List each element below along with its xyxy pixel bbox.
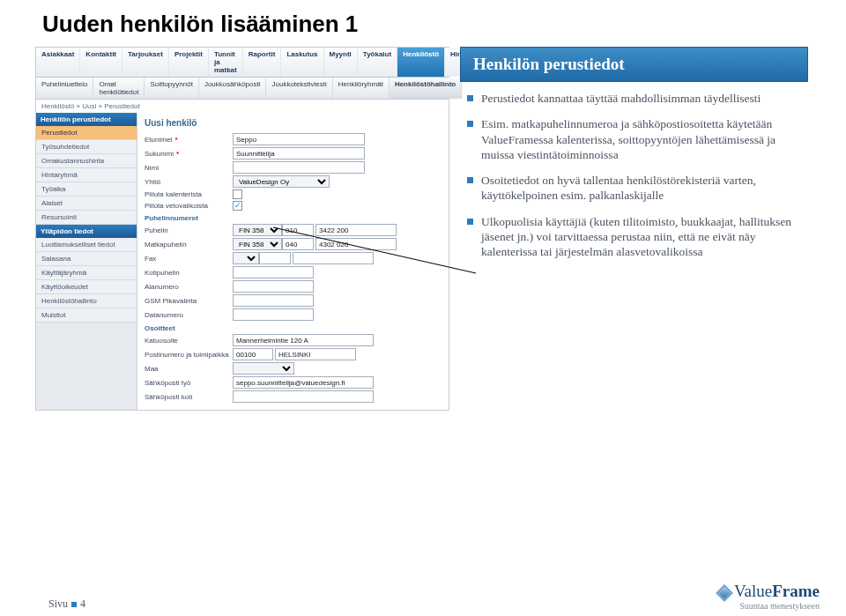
- sidebar-item2-0[interactable]: Luottamukselliset tiedot: [36, 238, 137, 252]
- piilota-vetovalikoista-checkbox[interactable]: [233, 201, 242, 211]
- piilota-kalenterista-checkbox[interactable]: [233, 189, 242, 199]
- topnav-työkalut[interactable]: Työkalut: [358, 48, 397, 77]
- label-etunimet: Etunimet*: [145, 136, 233, 144]
- topnav-laskutus[interactable]: Laskutus: [281, 48, 323, 77]
- label-datanumero: Datanumero: [145, 311, 233, 319]
- topnav-tarjoukset[interactable]: Tarjoukset: [122, 48, 169, 77]
- subnav-0[interactable]: Puhelinluettelo: [36, 78, 93, 99]
- logo-cube-icon: [716, 584, 733, 602]
- info-bullet-1: Esim. matkapuhelinnumeroa ja sähköpostio…: [467, 116, 805, 162]
- sidebar-item-4[interactable]: Työaika: [36, 182, 137, 197]
- label-fax: Fax: [145, 255, 233, 263]
- label-maa: Maa: [145, 365, 233, 373]
- label-alanumero: Alanumero: [145, 283, 233, 291]
- nimi-field[interactable]: [233, 161, 365, 174]
- topnav-myynti[interactable]: Myynti: [324, 48, 358, 77]
- puhelin-number-field[interactable]: [315, 224, 397, 236]
- section-puhelinnumerot: Puhelinnumerot: [145, 214, 442, 222]
- gsm-field[interactable]: [233, 294, 314, 307]
- yhtio-select[interactable]: ValueDesign Oy: [233, 175, 330, 188]
- matka-number-field[interactable]: [315, 238, 397, 250]
- brand-logo: ValueFrame Suuntaa menestykseen: [718, 582, 820, 611]
- topnav-asiakkaat[interactable]: Asiakkaat: [36, 48, 80, 77]
- info-bullet-3: Ulkopuolisia käyttäjiä (kuten tilitoimis…: [467, 214, 805, 260]
- alanumero-field[interactable]: [233, 280, 314, 293]
- info-header: Henkilön perustiedot: [460, 47, 808, 82]
- sidebar-item-5[interactable]: Alaiset: [36, 197, 137, 211]
- label-puhelin: Puhelin: [145, 226, 233, 234]
- sidebar-item-3[interactable]: Hintaryhmä: [36, 168, 137, 182]
- sidebar-item-1[interactable]: Työsuhdetiedot: [36, 140, 137, 154]
- subnav-6[interactable]: Henkilöstöhallinto: [390, 78, 462, 99]
- sidebar: Henkilön perustiedot PerustiedotTyösuhde…: [36, 113, 137, 410]
- subnav-2[interactable]: Soittopyynnöt: [145, 78, 198, 99]
- kotipuhelin-field[interactable]: [233, 266, 314, 278]
- topnav-henkilöstö[interactable]: Henkilöstö: [397, 48, 445, 77]
- label-yhtio: Yhtiö: [145, 178, 233, 186]
- etunimet-field[interactable]: [233, 133, 365, 145]
- page-number: Sivu4: [48, 597, 85, 611]
- datanumero-field[interactable]: [233, 308, 314, 321]
- matka-country-select[interactable]: FIN 358: [233, 238, 282, 250]
- info-bullet-0: Perustiedot kannattaa täyttää mahdollisi…: [467, 91, 805, 106]
- matka-area-field[interactable]: [282, 238, 314, 250]
- topnav-tunnit ja matkat[interactable]: Tunnit ja matkat: [209, 48, 243, 77]
- spkoti-field[interactable]: [233, 390, 374, 403]
- subnav-1[interactable]: Omat henkilötiedot: [93, 78, 145, 99]
- fax-area-field[interactable]: [259, 252, 291, 264]
- sidebar-item-2[interactable]: Omakustannushinta: [36, 154, 137, 168]
- puhelin-area-field[interactable]: [282, 224, 314, 236]
- sukunimi-field[interactable]: [233, 147, 365, 160]
- topnav-raportit[interactable]: Raportit: [243, 48, 282, 77]
- form-area: Uusi henkilö Etunimet* Sukunimi* Nimi Yh…: [137, 113, 449, 410]
- sidebar-item2-5[interactable]: Muistiot: [36, 308, 137, 323]
- sidebar-section-perustiedot: Henkilön perustiedot: [36, 113, 137, 126]
- sidebar-item-0[interactable]: Perustiedot: [36, 126, 137, 140]
- label-katuosoite: Katuosoite: [145, 337, 233, 345]
- info-bullet-2: Osoitetiedot on hyvä tallentaa henkilöst…: [467, 173, 805, 204]
- label-piilota-kal: Piilota kalenterista: [145, 190, 233, 198]
- slide-title: Uuden henkilön lisääminen 1: [0, 0, 846, 47]
- sidebar-item2-1[interactable]: Salasana: [36, 252, 137, 266]
- puhelin-country-select[interactable]: FIN 358: [233, 224, 282, 236]
- fax-select[interactable]: [233, 252, 259, 264]
- top-nav: AsiakkaatKontaktitTarjouksetProjektitTun…: [36, 48, 449, 78]
- form-title: Uusi henkilö: [145, 118, 442, 128]
- fax-number-field[interactable]: [293, 252, 374, 264]
- label-matkapuhelin: Matkapuhelin: [145, 241, 233, 249]
- breadcrumb: Henkilöstö » Uusi » Perustiedot: [36, 100, 449, 113]
- toimipaikka-field[interactable]: [275, 348, 356, 360]
- label-postinumero: Postinumero ja toimipaikka: [145, 351, 233, 359]
- topnav-projektit[interactable]: Projektit: [169, 48, 209, 77]
- subnav-5[interactable]: Henkilöryhmät: [333, 78, 390, 99]
- info-bullets: Perustiedot kannattaa täyttää mahdollisi…: [467, 91, 805, 259]
- subnav-3[interactable]: Joukkosähköposti: [199, 78, 267, 99]
- label-nimi: Nimi: [145, 164, 233, 172]
- maa-select[interactable]: [233, 362, 294, 375]
- label-kotipuhelin: Kotipuhelin: [145, 269, 233, 277]
- app-screenshot: AsiakkaatKontaktitTarjouksetProjektitTun…: [35, 47, 449, 411]
- sidebar-item-6[interactable]: Resursointi: [36, 211, 137, 225]
- postinumero-field[interactable]: [233, 348, 273, 360]
- sidebar-section-yllapito: Ylläpidon tiedot: [36, 225, 137, 238]
- label-spkoti: Sähköposti koti: [145, 393, 233, 401]
- section-osoitteet: Osoitteet: [145, 324, 442, 332]
- sptyo-field[interactable]: [233, 376, 374, 389]
- sub-nav: PuhelinluetteloOmat henkilötiedotSoittop…: [36, 78, 449, 100]
- katuosoite-field[interactable]: [233, 334, 374, 346]
- label-piilota-veto: Piilota vetovalikoista: [145, 202, 233, 210]
- topnav-kontaktit[interactable]: Kontaktit: [80, 48, 122, 77]
- subnav-4[interactable]: Joukkotekstiviesti: [266, 78, 332, 99]
- label-gsm: GSM Pikavalinta: [145, 297, 233, 305]
- sidebar-item2-2[interactable]: Käyttäjäryhmä: [36, 266, 137, 280]
- sidebar-item2-3[interactable]: Käyttöoikeudet: [36, 280, 137, 294]
- label-sukunimi: Sukunimi*: [145, 150, 233, 158]
- info-panel: Henkilön perustiedot Perustiedot kannatt…: [460, 47, 808, 411]
- sidebar-item2-4[interactable]: Henkilöstöhallinto: [36, 294, 137, 308]
- label-sptyo: Sähköposti työ: [145, 379, 233, 387]
